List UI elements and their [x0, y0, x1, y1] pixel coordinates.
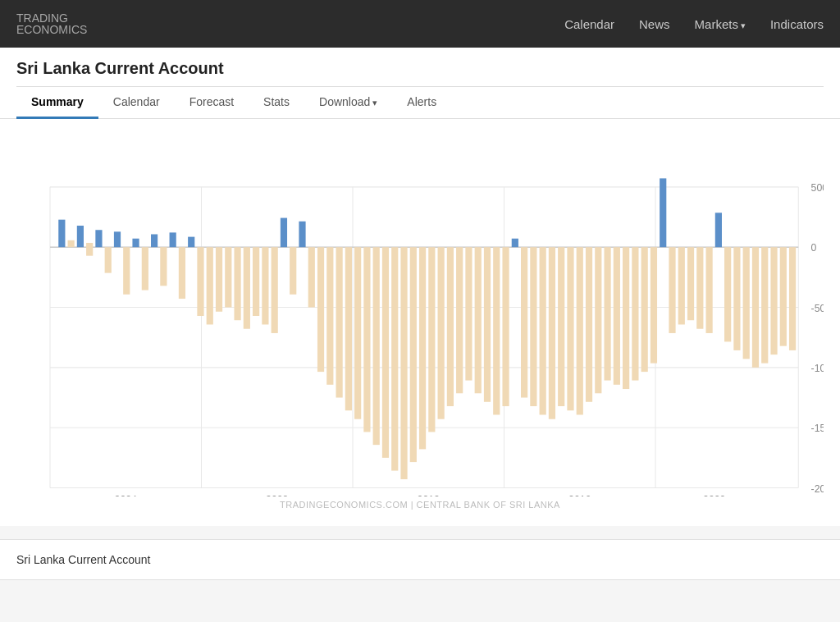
svg-text:-1000: -1000 — [811, 363, 824, 374]
svg-rect-92 — [687, 247, 694, 320]
svg-rect-38 — [188, 237, 194, 248]
tabs: Summary Calendar Forecast Stats Download… — [16, 86, 824, 118]
navbar: TRADING ECONOMICS Calendar News Markets … — [0, 0, 840, 48]
brand-line2: ECONOMICS — [16, 24, 87, 35]
svg-rect-78 — [558, 247, 564, 406]
svg-rect-82 — [595, 247, 601, 393]
tab-forecast[interactable]: Forecast — [175, 87, 249, 119]
svg-rect-45 — [253, 247, 259, 316]
svg-text:2016: 2016 — [568, 494, 591, 496]
svg-rect-26 — [77, 226, 84, 247]
svg-rect-58 — [373, 247, 380, 445]
svg-rect-33 — [142, 247, 148, 290]
svg-rect-60 — [391, 247, 398, 470]
svg-text:-1500: -1500 — [811, 423, 824, 434]
svg-rect-25 — [68, 240, 75, 247]
svg-text:2008: 2008 — [266, 494, 288, 496]
svg-rect-75 — [530, 247, 536, 406]
svg-rect-72 — [502, 247, 509, 406]
svg-rect-87 — [641, 247, 648, 372]
svg-rect-103 — [789, 247, 796, 350]
svg-rect-27 — [86, 243, 93, 256]
svg-rect-68 — [465, 247, 472, 380]
svg-rect-86 — [632, 247, 638, 380]
svg-rect-44 — [244, 247, 250, 329]
svg-rect-46 — [262, 247, 268, 324]
svg-rect-81 — [586, 247, 592, 402]
svg-rect-74 — [521, 247, 527, 397]
svg-text:2012: 2012 — [418, 494, 440, 496]
svg-rect-42 — [225, 247, 231, 307]
svg-rect-101 — [770, 247, 777, 354]
svg-rect-32 — [132, 239, 139, 247]
svg-rect-85 — [623, 247, 629, 389]
svg-rect-37 — [179, 247, 185, 299]
svg-rect-95 — [715, 213, 722, 247]
svg-rect-39 — [197, 247, 203, 316]
svg-rect-53 — [326, 247, 333, 385]
svg-rect-57 — [363, 247, 370, 432]
svg-rect-90 — [669, 247, 675, 333]
svg-rect-61 — [400, 247, 407, 479]
chart-wrapper: 500 0 -500 -1000 -1500 -2000 2004 2008 2… — [16, 135, 824, 496]
svg-rect-63 — [419, 247, 426, 449]
chart-container: 500 0 -500 -1000 -1500 -2000 2004 2008 2… — [0, 119, 840, 526]
svg-rect-55 — [345, 247, 352, 410]
nav-news[interactable]: News — [639, 17, 670, 31]
svg-rect-73 — [512, 239, 518, 247]
svg-rect-54 — [336, 247, 343, 397]
svg-rect-64 — [428, 247, 435, 432]
svg-rect-48 — [281, 218, 287, 248]
tab-download[interactable]: Download — [304, 87, 392, 119]
svg-rect-50 — [299, 222, 305, 247]
svg-rect-96 — [724, 247, 731, 341]
svg-rect-51 — [308, 247, 315, 307]
svg-rect-52 — [317, 247, 324, 372]
bottom-card: Sri Lanka Current Account — [0, 539, 840, 580]
svg-rect-69 — [475, 247, 482, 393]
svg-rect-62 — [410, 247, 417, 462]
svg-rect-91 — [678, 247, 685, 324]
svg-rect-41 — [216, 247, 222, 312]
tab-alerts[interactable]: Alerts — [392, 87, 451, 119]
svg-rect-30 — [114, 231, 121, 247]
svg-rect-100 — [761, 247, 768, 363]
svg-rect-31 — [123, 247, 130, 295]
svg-rect-71 — [493, 247, 500, 414]
svg-rect-56 — [354, 247, 361, 419]
brand-logo[interactable]: TRADING ECONOMICS — [16, 12, 87, 35]
tab-summary[interactable]: Summary — [16, 87, 98, 119]
svg-rect-36 — [170, 232, 176, 247]
svg-rect-24 — [58, 220, 65, 248]
svg-rect-80 — [577, 247, 583, 414]
svg-rect-83 — [604, 247, 610, 380]
tab-calendar[interactable]: Calendar — [98, 87, 175, 119]
chart-watermark: TRADINGECONOMICS.COM | CENTRAL BANK OF S… — [16, 496, 824, 518]
nav-calendar[interactable]: Calendar — [564, 17, 614, 31]
svg-rect-34 — [151, 234, 158, 247]
svg-rect-70 — [484, 247, 491, 402]
svg-rect-47 — [272, 247, 278, 333]
svg-rect-65 — [438, 247, 445, 419]
svg-rect-97 — [733, 247, 740, 350]
bottom-card-text: Sri Lanka Current Account — [16, 553, 150, 566]
svg-rect-89 — [660, 178, 666, 247]
svg-rect-77 — [549, 247, 555, 419]
nav-links: Calendar News Markets Indicators — [564, 17, 824, 31]
svg-text:-2000: -2000 — [811, 483, 824, 495]
svg-rect-102 — [780, 247, 787, 345]
svg-rect-99 — [752, 247, 759, 368]
svg-text:-500: -500 — [811, 303, 824, 314]
tab-stats[interactable]: Stats — [249, 87, 304, 119]
svg-rect-93 — [696, 247, 703, 329]
svg-text:2020: 2020 — [703, 494, 725, 496]
svg-rect-94 — [706, 247, 713, 333]
nav-indicators[interactable]: Indicators — [770, 17, 824, 31]
svg-rect-66 — [447, 247, 454, 406]
nav-markets[interactable]: Markets — [695, 17, 746, 31]
svg-text:2004: 2004 — [115, 494, 137, 496]
svg-rect-28 — [95, 230, 102, 247]
svg-rect-40 — [207, 247, 213, 324]
svg-text:0: 0 — [811, 242, 817, 254]
brand-line1: TRADING — [16, 12, 87, 24]
